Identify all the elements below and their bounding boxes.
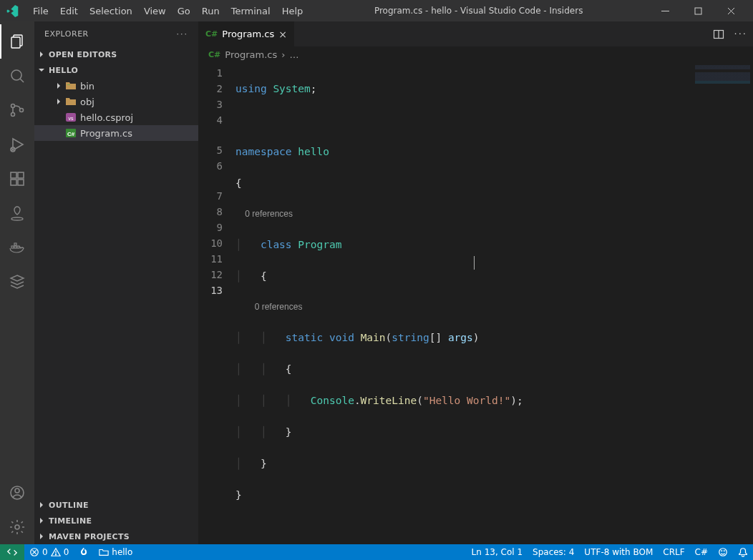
csharp-file-icon: C# <box>64 127 77 139</box>
text-cursor <box>474 256 475 270</box>
status-bell-icon[interactable] <box>733 544 753 560</box>
tree-item-label: hello.csproj <box>80 112 133 123</box>
section-open-editors[interactable]: OPEN EDITORS <box>34 46 198 62</box>
status-eol[interactable]: CRLF <box>658 544 689 560</box>
file-tree: bin obj vs hello.csproj C# Program.cs <box>34 78 198 141</box>
activity-settings[interactable] <box>0 510 34 544</box>
status-folder[interactable]: hello <box>94 544 137 560</box>
svg-rect-22 <box>67 84 70 85</box>
menu-go[interactable]: Go <box>172 3 196 19</box>
explorer-sidebar: EXPLORER ··· OPEN EDITORS HELLO bin <box>34 21 198 544</box>
menu-edit[interactable]: Edit <box>54 3 84 19</box>
menu-view[interactable]: View <box>138 3 172 19</box>
status-bar: 0 0 hello Ln 13, Col 1 Spaces: 4 UTF-8 w… <box>0 544 753 560</box>
tab-label: Program.cs <box>222 29 274 39</box>
svg-point-20 <box>15 488 19 493</box>
activity-accounts[interactable] <box>0 476 34 510</box>
activity-search[interactable] <box>0 59 34 93</box>
close-icon[interactable]: × <box>278 29 287 40</box>
svg-point-7 <box>11 113 15 117</box>
svg-line-5 <box>20 79 24 82</box>
activity-docker[interactable] <box>0 230 34 265</box>
activity-explorer[interactable] <box>0 24 34 59</box>
close-button[interactable] <box>714 0 747 21</box>
editor-area: C# Program.cs × ··· C# Program.cs › … 1 … <box>198 21 753 544</box>
code-content[interactable]: using System; namespace hello { 0 refere… <box>235 62 692 544</box>
tree-item-label: obj <box>80 97 94 107</box>
minimap[interactable] <box>692 62 753 544</box>
menu-help[interactable]: Help <box>276 3 309 19</box>
svg-rect-11 <box>11 180 16 185</box>
titlebar: File Edit Selection View Go Run Terminal… <box>0 0 753 21</box>
minimap-viewport[interactable] <box>695 65 750 94</box>
editor-actions: ··· <box>713 21 753 46</box>
chevron-down-icon <box>37 66 46 74</box>
section-maven[interactable]: MAVEN PROJECTS <box>34 529 198 544</box>
chevron-right-icon <box>37 50 46 59</box>
activity-extensions[interactable] <box>0 162 34 196</box>
activity-run-debug[interactable] <box>0 127 34 162</box>
menu-run[interactable]: Run <box>196 3 225 19</box>
activity-layers[interactable] <box>0 265 34 299</box>
status-language[interactable]: C# <box>690 544 713 560</box>
tree-folder-bin[interactable]: bin <box>34 78 198 94</box>
status-problems[interactable]: 0 0 <box>24 544 74 560</box>
section-workspace[interactable]: HELLO <box>34 62 198 78</box>
more-actions-icon[interactable]: ··· <box>734 29 747 39</box>
tree-item-label: bin <box>80 81 94 92</box>
chevron-right-icon <box>37 532 46 541</box>
folder-icon <box>64 80 77 92</box>
chevron-right-icon <box>37 501 46 509</box>
minimize-button[interactable] <box>648 0 681 21</box>
menu-terminal[interactable]: Terminal <box>225 3 276 19</box>
menu-file[interactable]: File <box>27 3 54 19</box>
svg-point-31 <box>55 554 56 555</box>
status-feedback-icon[interactable] <box>713 544 733 560</box>
tree-file-program-cs[interactable]: C# Program.cs <box>34 125 198 141</box>
status-encoding[interactable]: UTF-8 with BOM <box>579 544 658 560</box>
status-spaces[interactable]: Spaces: 4 <box>528 544 579 560</box>
codelens-class[interactable]: 0 references <box>245 209 293 219</box>
vscode-insiders-icon <box>6 4 19 17</box>
section-outline[interactable]: OUTLINE <box>34 497 198 513</box>
remote-indicator[interactable] <box>0 544 24 560</box>
menu-selection[interactable]: Selection <box>84 3 138 19</box>
section-label: MAVEN PROJECTS <box>49 532 130 541</box>
codelens-main[interactable]: 0 references <box>255 302 303 312</box>
svg-point-8 <box>20 109 24 112</box>
window-title: Program.cs - hello - Visual Studio Code … <box>309 6 648 16</box>
maximize-button[interactable] <box>681 0 714 21</box>
svg-text:C#: C# <box>67 131 75 137</box>
svg-rect-0 <box>661 11 669 11</box>
tree-file-csproj[interactable]: vs hello.csproj <box>34 109 198 125</box>
section-timeline[interactable]: TIMELINE <box>34 513 198 529</box>
svg-point-14 <box>11 217 23 220</box>
status-ln-col[interactable]: Ln 13, Col 1 <box>467 544 528 560</box>
activity-source-control[interactable] <box>0 93 34 127</box>
svg-rect-10 <box>11 172 16 178</box>
sidebar-title: EXPLORER <box>44 29 89 39</box>
csproj-icon: vs <box>64 112 77 123</box>
chevron-right-icon <box>53 82 64 90</box>
svg-text:vs: vs <box>69 116 74 121</box>
csharp-badge-icon: C# <box>208 50 220 59</box>
sidebar-more-icon[interactable]: ··· <box>177 29 189 39</box>
tab-program-cs[interactable]: C# Program.cs × <box>198 21 295 46</box>
svg-point-4 <box>11 70 21 80</box>
status-flame-icon[interactable] <box>74 544 94 560</box>
tree-folder-obj[interactable]: obj <box>34 94 198 109</box>
svg-rect-18 <box>14 243 16 245</box>
main-area: EXPLORER ··· OPEN EDITORS HELLO bin <box>0 21 753 544</box>
breadcrumb[interactable]: C# Program.cs › … <box>198 46 753 62</box>
split-editor-icon[interactable] <box>713 29 724 40</box>
section-label: HELLO <box>49 66 78 75</box>
activity-remote-explorer[interactable] <box>0 196 34 230</box>
svg-rect-16 <box>14 246 16 248</box>
section-label: OPEN EDITORS <box>49 50 117 59</box>
line-number-gutter: 1 2 3 4 5 6 7 8 9 10 11 12 13 <box>198 62 235 544</box>
svg-point-34 <box>724 551 724 551</box>
section-label: TIMELINE <box>49 516 92 526</box>
menu-bar: File Edit Selection View Go Run Terminal… <box>27 3 309 19</box>
csharp-badge-icon: C# <box>205 29 218 39</box>
editor-body[interactable]: 1 2 3 4 5 6 7 8 9 10 11 12 13 using Syst… <box>198 62 753 544</box>
